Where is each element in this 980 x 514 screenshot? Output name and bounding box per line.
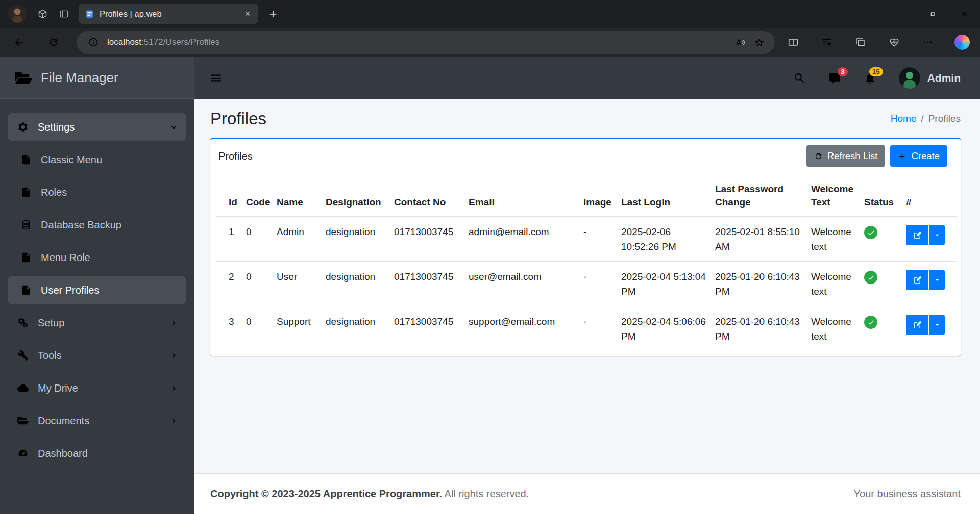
sidebar-item-classic-menu[interactable]: Classic Menu [8, 146, 186, 173]
edit-button[interactable] [906, 225, 928, 245]
read-aloud-icon[interactable] [730, 33, 749, 52]
workspaces-icon[interactable] [32, 4, 53, 23]
settings-menu-icon[interactable] [917, 32, 939, 53]
gear-icon [16, 121, 30, 133]
search-icon[interactable] [793, 72, 806, 85]
card-title: Profiles [218, 150, 253, 162]
edit-button[interactable] [906, 270, 928, 290]
column-header: # [906, 173, 957, 216]
collections-icon[interactable] [849, 32, 872, 53]
cell-welcome-text: Welcome text [811, 306, 864, 351]
sidebar-item-tools[interactable]: Tools [8, 342, 186, 369]
breadcrumb-home-link[interactable]: Home [891, 113, 917, 124]
user-menu[interactable]: Admin [899, 67, 961, 89]
column-header: Contact No [394, 173, 469, 216]
cell-code: 0 [246, 306, 277, 351]
split-screen-icon[interactable] [782, 32, 804, 53]
sidebar-item-label: Tools [38, 350, 62, 362]
address-bar[interactable]: localhost:5172/Users/Profiles [77, 31, 775, 54]
wrench-icon [16, 349, 30, 362]
sidebar-item-setup[interactable]: Setup [8, 309, 186, 337]
add-favorite-icon[interactable] [749, 33, 769, 52]
refresh-icon[interactable] [43, 32, 64, 53]
sidebar: File Manager Settings Classic Menu Roles [0, 57, 194, 514]
cell-code: 0 [246, 216, 277, 262]
cell-welcome-text: Welcome text [811, 262, 864, 306]
notifications-bell-icon[interactable]: 15 [864, 72, 876, 85]
cell-code: 0 [246, 262, 277, 306]
sidebar-item-label: Roles [41, 187, 67, 198]
edit-dropdown-toggle[interactable] [929, 225, 945, 245]
window-minimize-button[interactable] [885, 0, 917, 28]
refresh-list-button[interactable]: Refresh List [806, 145, 886, 167]
cell-last-password-change: 2025-02-01 8:55:10 AM [715, 216, 811, 262]
window-restore-button[interactable] [917, 0, 948, 28]
notifications-badge: 15 [869, 67, 883, 77]
edit-dropdown-toggle[interactable] [929, 270, 945, 290]
cell-welcome-text: Welcome text [811, 216, 864, 262]
vertical-tabs-icon[interactable] [53, 4, 75, 23]
cloud-icon [16, 382, 30, 394]
sidebar-item-my-drive[interactable]: My Drive [8, 374, 186, 402]
copilot-icon[interactable] [954, 35, 970, 50]
column-header: Code [246, 173, 277, 216]
column-header: Welcome Text [811, 173, 864, 216]
sidebar-item-database-backup[interactable]: Database Backup [8, 211, 186, 239]
cell-id: 2 [216, 262, 246, 306]
sidebar-item-label: Dashboard [38, 448, 88, 459]
window-close-button[interactable] [948, 0, 980, 28]
breadcrumb-current: Profiles [928, 113, 961, 124]
column-header: Last Login [621, 173, 715, 216]
tab-close-icon[interactable]: × [241, 7, 254, 20]
status-active-icon [864, 271, 877, 284]
cell-last-login: 2025-02-04 5:13:04 PM [621, 262, 715, 306]
file-icon [19, 284, 33, 296]
cell-designation: designation [326, 306, 394, 351]
cell-name: Support [277, 306, 326, 351]
tab-title: Profiles | ap.web [100, 9, 238, 19]
chevron-right-icon [169, 351, 179, 361]
chevron-right-icon [169, 318, 179, 328]
browser-profile-avatar[interactable] [8, 5, 27, 23]
cell-email: user@email.com [469, 262, 583, 306]
chevron-right-icon [169, 416, 179, 426]
row-actions [906, 315, 945, 335]
site-info-icon[interactable] [85, 34, 102, 51]
create-button[interactable]: Create [890, 145, 947, 167]
sidebar-item-label: My Drive [38, 382, 78, 394]
database-icon [19, 219, 33, 231]
user-avatar [899, 67, 920, 89]
sidebar-item-user-profiles[interactable]: User Profiles [8, 276, 186, 304]
breadcrumb-separator: / [921, 113, 923, 124]
column-header: Image [583, 173, 621, 216]
edit-dropdown-toggle[interactable] [929, 315, 945, 335]
sidebar-nav: Settings Classic Menu Roles Database Bac… [0, 99, 194, 472]
browser-window: Profiles | ap.web × + localhost:5172/Use… [0, 0, 980, 514]
edit-button[interactable] [906, 315, 928, 335]
browser-tab-strip: Profiles | ap.web × + [0, 0, 980, 28]
url-text[interactable]: localhost:5172/Users/Profiles [107, 37, 219, 47]
sidebar-item-dashboard[interactable]: Dashboard [8, 440, 186, 467]
back-icon[interactable] [8, 32, 30, 53]
cell-name: Admin [277, 216, 326, 262]
sidebar-item-label: Settings [38, 121, 75, 133]
brand-link[interactable]: File Manager [0, 57, 194, 99]
cell-designation: designation [326, 262, 394, 306]
table-row: 2 0 User designation 01713003745 user@em… [216, 262, 957, 306]
sidebar-item-label: User Profiles [41, 285, 99, 296]
favorites-icon[interactable] [816, 32, 838, 53]
messages-icon[interactable]: 3 [828, 72, 841, 85]
chevron-right-icon [169, 383, 179, 393]
cell-image: - [583, 262, 621, 306]
sidebar-item-documents[interactable]: Documents [8, 407, 186, 434]
hamburger-menu-icon[interactable] [209, 71, 223, 85]
cell-last-password-change: 2025-01-20 6:10:43 PM [715, 262, 811, 306]
sidebar-item-menu-role[interactable]: Menu Role [8, 244, 186, 271]
sidebar-item-roles[interactable]: Roles [8, 178, 186, 206]
column-header: Id [216, 173, 246, 216]
browser-essentials-icon[interactable] [883, 32, 905, 53]
new-tab-button[interactable]: + [262, 4, 284, 23]
folder-icon [16, 415, 30, 427]
sidebar-item-settings[interactable]: Settings [8, 113, 186, 141]
browser-tab[interactable]: Profiles | ap.web × [79, 4, 258, 24]
